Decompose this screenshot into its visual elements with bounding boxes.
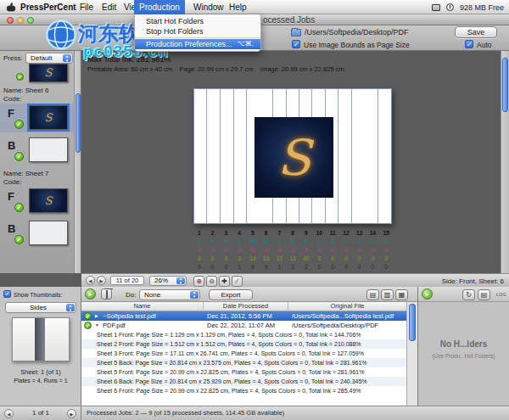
save-button[interactable]: Save xyxy=(455,26,497,38)
gauge-icon[interactable] xyxy=(446,3,454,11)
scrollbar-thumb[interactable] xyxy=(76,93,81,153)
ink-grid-cell: 13 xyxy=(246,255,260,263)
delete-job-button[interactable] xyxy=(101,288,112,300)
auto-label: Auto xyxy=(477,41,492,49)
sheet7-back-thumbnail[interactable] xyxy=(29,221,68,245)
sheet-detail-row[interactable]: Sheet 1 Front: Page Size = 1.129 cm x 1.… xyxy=(81,330,406,339)
sheet7-back-row[interactable]: B ✓ xyxy=(0,219,74,248)
menu-file[interactable]: File xyxy=(80,2,93,13)
sheet-page-preview[interactable]: S xyxy=(193,88,392,224)
show-thumbnails-checkbox[interactable]: ✓ xyxy=(3,290,11,298)
zoom-select[interactable]: 26% ▲▼ xyxy=(149,276,187,286)
ink-grid-cell: 7 xyxy=(272,229,286,238)
sheet-thumbnail[interactable]: S xyxy=(29,64,68,82)
sheet7-front-row[interactable]: F ✓ S xyxy=(0,187,74,216)
zoom-button[interactable] xyxy=(27,17,34,24)
menu-item-production-preferences[interactable]: Production Preferences... ⌥⌘, xyxy=(135,39,260,49)
previous-side-button[interactable]: ◀ xyxy=(86,276,95,285)
ink-grid-cell: 3 xyxy=(286,246,299,255)
sheet6-back-thumbnail[interactable] xyxy=(29,137,68,162)
sheet6-front-row[interactable]: F ✓ S xyxy=(0,104,74,132)
ink-grid-cell: 9 xyxy=(260,263,273,272)
move-tool[interactable]: ✚ xyxy=(219,276,230,287)
ink-grid-cell: 0 xyxy=(353,255,366,263)
view-mode-grid-button[interactable]: ▦ xyxy=(395,289,408,300)
jobs-scrollbar[interactable] xyxy=(406,302,417,406)
sheet6-name-label: Name: Sheet 6 xyxy=(3,87,48,94)
process-button[interactable]: ▸ xyxy=(85,288,96,300)
ink-grid-cell: 2 xyxy=(232,238,246,246)
close-button[interactable] xyxy=(7,17,14,24)
sidebar-scrollbar[interactable] xyxy=(74,51,81,273)
menu-help[interactable]: Help xyxy=(229,2,247,13)
menu-edit[interactable]: Edit xyxy=(102,2,116,13)
ink-grid-cell: 2 xyxy=(272,238,286,246)
max-ink-readout: Max Total Ink: 281.961% xyxy=(87,55,171,64)
scrollbar-thumb[interactable] xyxy=(502,58,508,112)
sheet6-back-row[interactable]: B ✓ xyxy=(0,136,74,165)
job-date: Dec 22, 2012, 11:07 AM xyxy=(207,321,275,330)
job-row[interactable]: ✓ ▼ PDF.pdf Dec 22, 2012, 11:07 AM /User… xyxy=(81,321,406,330)
minimize-button[interactable] xyxy=(17,17,24,24)
zoom-out-tool[interactable]: ⊖ xyxy=(206,276,217,287)
ink-grid-cell: 0 xyxy=(219,263,232,272)
auto-checkbox[interactable]: ✓ xyxy=(465,40,473,48)
pager-next-button[interactable]: ▶ xyxy=(67,409,76,418)
ink-grid-row: 123456789101112131415 xyxy=(193,229,393,238)
sheet7-front-thumbnail[interactable]: S xyxy=(29,188,68,213)
ink-grid-cell: 5 xyxy=(299,246,313,255)
thumbnail-mode-select[interactable]: Sides ▲▼ xyxy=(5,302,76,313)
ink-grid-cell: 0 xyxy=(366,246,380,255)
ink-grid-cell: 13 xyxy=(260,255,273,263)
refresh-button[interactable]: ↻ xyxy=(462,289,475,300)
layout-thumbnail[interactable] xyxy=(12,317,70,361)
menubar-app-name[interactable]: PressPerCent xyxy=(20,2,76,13)
approved-check-icon: ✓ xyxy=(14,152,24,161)
log-tab[interactable]: LOG xyxy=(496,292,506,297)
list-view-icon: ▤ xyxy=(481,291,488,299)
ink-grid-cell: 1 xyxy=(232,263,246,272)
sheet-detail-row[interactable]: Sheet 6 Front: Page Size = 20.99 cm x 22… xyxy=(81,386,406,395)
status-text: Processed Jobs: 2 — 9 (of 15 processed s… xyxy=(87,409,284,417)
use-image-bounds-checkbox[interactable]: ✓ xyxy=(292,40,300,48)
sheet-detail-row[interactable]: Sheet 5 Back: Page Size = 20.814 cm x 23… xyxy=(81,358,406,367)
export-button[interactable]: Export xyxy=(209,289,253,300)
system-menubar: PressPerCent File Edit View Production W… xyxy=(0,0,509,14)
view-mode-list-button[interactable]: ▤ xyxy=(366,289,379,300)
start-hot-folders-button[interactable]: ▸ xyxy=(422,288,433,300)
menu-item-start-hot-folders[interactable]: Start Hot Folders xyxy=(135,16,260,26)
view-mode-columns-button[interactable]: ▥ xyxy=(381,289,394,300)
memory-chip-icon[interactable] xyxy=(432,4,440,11)
sheet-detail-row[interactable]: Sheet 5 Front: Page Size = 20.99 cm x 22… xyxy=(81,367,406,377)
scrollbar-thumb[interactable] xyxy=(409,304,416,341)
disclosure-collapsed-icon[interactable]: ▶ xyxy=(95,311,98,321)
do-action-select[interactable]: None ▲▼ xyxy=(139,289,200,300)
column-header-date[interactable]: Date Processed xyxy=(204,302,288,311)
preview-scrollbar[interactable] xyxy=(501,51,509,273)
side-letter: F xyxy=(8,190,14,203)
knife-tool[interactable]: ∕ xyxy=(232,276,243,287)
job-row[interactable]: ✓ ▶ ~Softpedia test.pdf Dec 21, 2012, 5:… xyxy=(81,311,406,321)
folder-list-button[interactable]: ▤ xyxy=(478,289,490,300)
disclosure-expanded-icon[interactable]: ▼ xyxy=(95,321,99,330)
column-header-file[interactable]: Original File xyxy=(288,302,406,311)
zoom-in-tool[interactable]: ⊕ xyxy=(193,276,204,287)
ink-grid-cell: 40 xyxy=(299,255,313,263)
apple-logo-icon[interactable] xyxy=(6,3,16,13)
next-side-button[interactable]: ▶ xyxy=(97,276,106,285)
menu-item-stop-hot-folders[interactable]: Stop Hot Folders xyxy=(135,26,260,36)
menu-production[interactable]: Production xyxy=(134,0,185,14)
ink-grid-cell: 0 xyxy=(353,238,366,246)
sheet-detail-row[interactable]: Sheet 3 Front: Page Size = 17.11 cm x 26… xyxy=(81,349,406,358)
sheet-detail-row[interactable]: Sheet 6 Back: Page Size = 20.814 cm x 25… xyxy=(81,377,406,386)
memory-status[interactable]: 928 MB Free xyxy=(460,3,504,12)
sheet-detail-row[interactable]: Sheet 2 Front: Page Size = 1.512 cm x 1.… xyxy=(81,339,406,349)
output-path[interactable]: /Users/Softpedia/Desktop/PDF xyxy=(305,28,409,36)
column-header-name[interactable]: Name xyxy=(81,302,204,311)
job-done-check-icon: ✓ xyxy=(84,322,92,329)
sheet6-front-thumbnail[interactable]: S xyxy=(29,105,68,130)
status-bar: Processed Jobs: 2 — 9 (of 15 processed s… xyxy=(81,406,509,420)
ink-grid-cell: 0 xyxy=(339,246,353,255)
press-select[interactable]: Default ▲▼ xyxy=(25,53,73,64)
menu-window[interactable]: Window xyxy=(193,2,224,13)
